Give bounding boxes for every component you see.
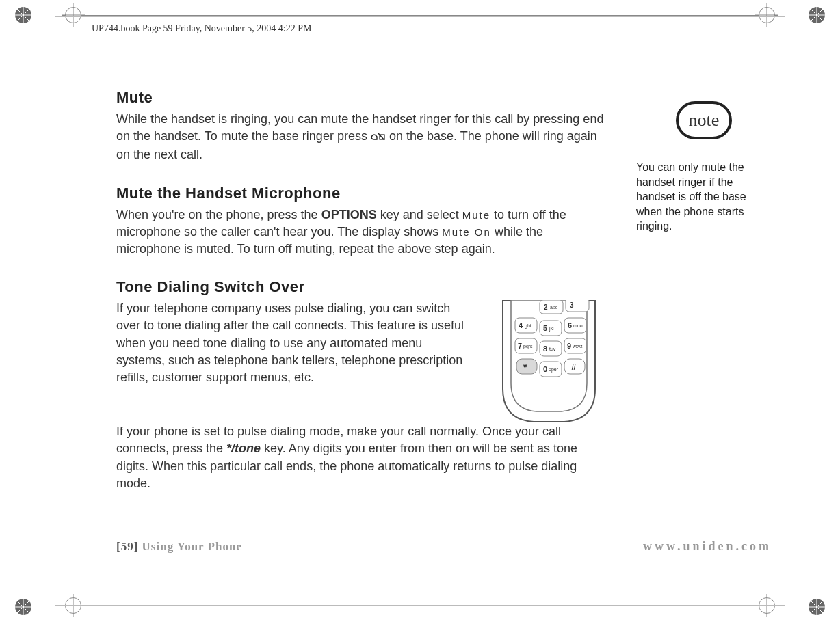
svg-text:pqrs: pqrs xyxy=(523,344,533,349)
ringer-mute-icon xyxy=(371,129,386,146)
star-tone-key-label: */tone xyxy=(226,442,261,455)
text: When you're on the phone, press the xyxy=(116,208,321,221)
para-mute: While the handset is ringing, you can mu… xyxy=(116,111,609,164)
svg-text:tuv: tuv xyxy=(549,347,556,351)
svg-text:ghi: ghi xyxy=(525,323,531,329)
trim-line-bottom xyxy=(55,605,785,606)
heading-tone: Tone Dialing Switch Over xyxy=(116,278,609,296)
trim-line-right xyxy=(785,16,785,606)
svg-text:oper: oper xyxy=(549,367,559,373)
footer-left: [59] Using Your Phone xyxy=(116,540,242,554)
svg-text:9: 9 xyxy=(567,342,571,350)
para-mute-mic: When you're on the phone, press the OPTI… xyxy=(116,206,609,258)
para-tone-1: If your telephone company uses pulse dia… xyxy=(116,300,470,386)
running-header: UP744.book Page 59 Friday, November 5, 2… xyxy=(92,23,311,34)
display-text-mute: Mute xyxy=(462,209,490,221)
svg-text:jkl: jkl xyxy=(549,326,554,332)
registration-mark-bl xyxy=(12,596,34,618)
page-content: Mute While the handset is ringing, you c… xyxy=(116,89,609,502)
svg-text:8: 8 xyxy=(543,344,547,353)
para-tone-2: If your phone is set to pulse dialing mo… xyxy=(116,423,609,492)
registration-bar-bottom xyxy=(34,593,806,620)
svg-text:6: 6 xyxy=(568,321,572,329)
svg-text:*: * xyxy=(523,362,527,373)
footer-url: www.uniden.com xyxy=(643,539,772,554)
options-key-label: OPTIONS xyxy=(321,208,377,221)
registration-mark-br xyxy=(806,596,828,618)
display-text-mute-on: Mute On xyxy=(442,226,491,238)
trim-line-left xyxy=(55,16,55,606)
svg-text:2: 2 xyxy=(544,303,548,311)
note-callout: note You can only mute the handset ringe… xyxy=(636,101,772,234)
note-label: note xyxy=(689,110,720,131)
svg-text:wxyz: wxyz xyxy=(572,344,583,349)
text: key and select xyxy=(377,208,462,221)
registration-mark-tr xyxy=(806,4,828,26)
page-footer: [59] Using Your Phone www.uniden.com xyxy=(116,539,772,554)
trim-line-top xyxy=(55,16,785,17)
note-icon: note xyxy=(676,101,732,139)
svg-text:5: 5 xyxy=(543,324,547,332)
svg-text:mno: mno xyxy=(573,323,583,328)
svg-text:#: # xyxy=(571,362,577,372)
keypad-illustration: 2abc 3 4ghi 5jkl xyxy=(489,300,609,423)
page-number: [59] xyxy=(116,540,138,553)
svg-text:0: 0 xyxy=(543,365,547,373)
svg-text:7: 7 xyxy=(518,342,522,350)
svg-text:abc: abc xyxy=(550,305,558,310)
footer-section: Using Your Phone xyxy=(142,540,242,553)
note-text: You can only mute the handset ringer if … xyxy=(636,160,772,234)
svg-text:3: 3 xyxy=(570,301,574,309)
registration-mark-tl xyxy=(12,4,34,26)
svg-text:4: 4 xyxy=(519,321,523,329)
heading-mute: Mute xyxy=(116,89,609,107)
heading-mute-mic: Mute the Handset Microphone xyxy=(116,185,609,202)
